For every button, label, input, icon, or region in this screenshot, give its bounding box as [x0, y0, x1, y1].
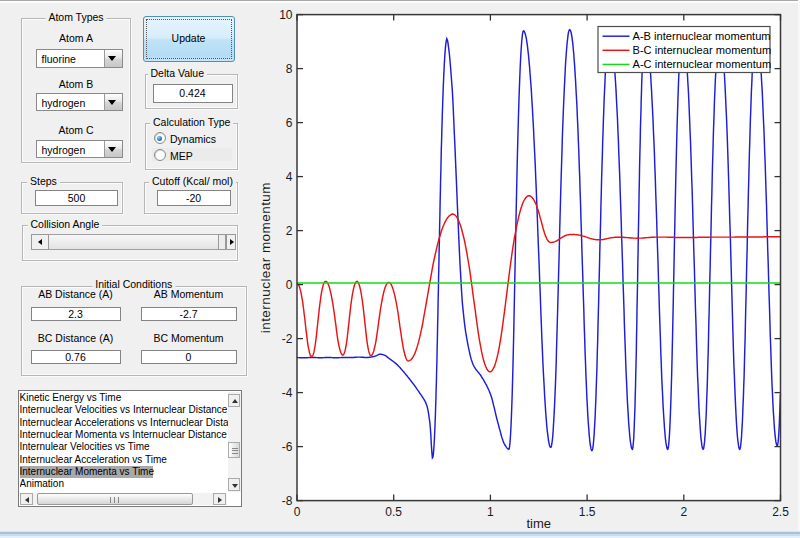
svg-text:2.5: 2.5 [772, 505, 789, 519]
svg-text:8: 8 [286, 62, 293, 76]
svg-text:A-C internuclear momentum: A-C internuclear momentum [633, 58, 772, 70]
svg-text:A-B internuclear momentum: A-B internuclear momentum [633, 30, 771, 42]
svg-text:-4: -4 [282, 386, 293, 400]
svg-text:0: 0 [286, 278, 293, 292]
svg-text:2: 2 [286, 224, 293, 238]
svg-text:-6: -6 [282, 440, 293, 454]
svg-text:4: 4 [286, 170, 293, 184]
svg-text:10: 10 [279, 8, 293, 22]
svg-text:-8: -8 [282, 494, 293, 508]
svg-text:time: time [526, 516, 551, 531]
svg-text:2: 2 [680, 505, 687, 519]
svg-text:-2: -2 [282, 332, 293, 346]
svg-text:B-C internuclear momentum: B-C internuclear momentum [633, 44, 772, 56]
svg-text:6: 6 [286, 116, 293, 130]
svg-text:internuclear momentum: internuclear momentum [258, 182, 273, 333]
svg-text:1: 1 [487, 505, 494, 519]
svg-text:1.5: 1.5 [579, 505, 596, 519]
svg-text:0: 0 [294, 505, 301, 519]
svg-text:0.5: 0.5 [385, 505, 402, 519]
